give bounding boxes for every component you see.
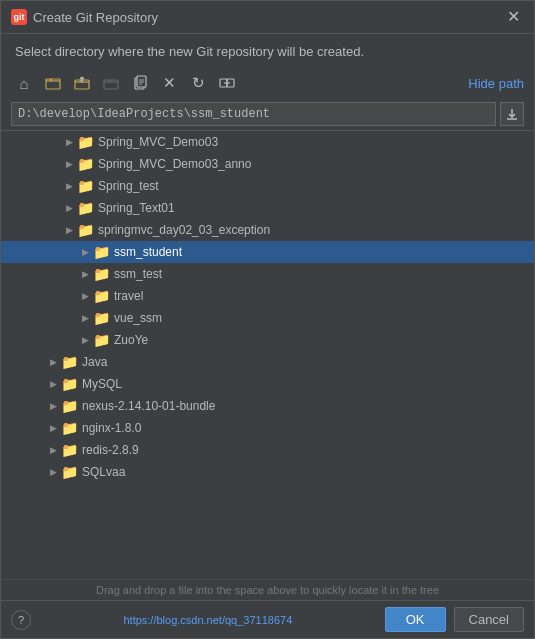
up-folder-icon: [74, 75, 90, 91]
tree-item-label: Spring_MVC_Demo03: [98, 135, 218, 149]
disabled-folder-button: [98, 71, 124, 95]
footer: ? https://blog.csdn.net/qq_37118674 OK C…: [1, 600, 534, 638]
help-button[interactable]: ?: [11, 610, 31, 630]
tree-item[interactable]: ▶📁nexus-2.14.10-01-bundle: [1, 395, 534, 417]
toolbar: ⌂: [1, 67, 534, 99]
expand-arrow-icon[interactable]: ▶: [45, 376, 61, 392]
tree-item[interactable]: ▶📁vue_ssm: [1, 307, 534, 329]
folder-icon: 📁: [61, 376, 78, 392]
folder-icon: 📁: [61, 442, 78, 458]
path-download-button[interactable]: [500, 102, 524, 126]
tree-item[interactable]: ▶📁travel: [1, 285, 534, 307]
svg-rect-1: [50, 79, 52, 81]
tree-item-label: ssm_student: [114, 245, 182, 259]
file-tree[interactable]: ▶📁Spring_MVC_Demo03▶📁Spring_MVC_Demo03_a…: [1, 130, 534, 579]
copy-path-icon: [132, 75, 148, 91]
expand-arrow-icon[interactable]: ▶: [61, 134, 77, 150]
folder-icon: 📁: [93, 310, 110, 326]
expand-arrow-icon[interactable]: ▶: [77, 288, 93, 304]
download-icon: [505, 107, 519, 121]
tree-item-label: ZuoYe: [114, 333, 148, 347]
tree-item-label: travel: [114, 289, 143, 303]
new-folder-button[interactable]: [40, 71, 66, 95]
folder-icon: 📁: [61, 398, 78, 414]
title-bar: git Create Git Repository ✕: [1, 1, 534, 34]
hide-path-link[interactable]: Hide path: [468, 76, 524, 91]
tree-item[interactable]: ▶📁Java: [1, 351, 534, 373]
tree-item[interactable]: ▶📁Spring_MVC_Demo03_anno: [1, 153, 534, 175]
tree-item-label: redis-2.8.9: [82, 443, 139, 457]
tree-item[interactable]: ▶📁Spring_Text01: [1, 197, 534, 219]
up-folder-button[interactable]: [69, 71, 95, 95]
svg-rect-5: [137, 76, 146, 87]
tree-item-label: nexus-2.14.10-01-bundle: [82, 399, 215, 413]
folder-icon: 📁: [77, 134, 94, 150]
tree-item-label: SQLvaa: [82, 465, 125, 479]
tree-item[interactable]: ▶📁ZuoYe: [1, 329, 534, 351]
folder-icon: 📁: [77, 222, 94, 238]
path-input[interactable]: [11, 102, 496, 126]
git-icon: git: [11, 9, 27, 25]
tree-item-label: springmvc_day02_03_exception: [98, 223, 270, 237]
expand-arrow-icon[interactable]: ▶: [45, 398, 61, 414]
disabled-folder-icon: [103, 75, 119, 91]
tree-item-label: Java: [82, 355, 107, 369]
link-button[interactable]: [214, 71, 240, 95]
expand-arrow-icon[interactable]: ▶: [45, 464, 61, 480]
tree-item-label: Spring_MVC_Demo03_anno: [98, 157, 251, 171]
folder-icon: 📁: [93, 266, 110, 282]
folder-icon: 📁: [77, 156, 94, 172]
expand-arrow-icon[interactable]: ▶: [61, 178, 77, 194]
folder-icon: 📁: [61, 420, 78, 436]
tree-item[interactable]: ▶📁springmvc_day02_03_exception: [1, 219, 534, 241]
tree-item[interactable]: ▶📁MySQL: [1, 373, 534, 395]
expand-arrow-icon[interactable]: ▶: [45, 354, 61, 370]
expand-arrow-icon[interactable]: ▶: [77, 332, 93, 348]
folder-icon: 📁: [93, 288, 110, 304]
copy-path-button[interactable]: [127, 71, 153, 95]
expand-arrow-icon[interactable]: ▶: [45, 420, 61, 436]
tree-item[interactable]: ▶📁nginx-1.8.0: [1, 417, 534, 439]
expand-arrow-icon[interactable]: ▶: [61, 200, 77, 216]
expand-arrow-icon[interactable]: ▶: [77, 244, 93, 260]
tree-item[interactable]: ▶📁ssm_test: [1, 263, 534, 285]
drag-hint: Drag and drop a file into the space abov…: [1, 579, 534, 600]
folder-icon: 📁: [77, 200, 94, 216]
delete-button[interactable]: ✕: [156, 71, 182, 95]
path-row: [1, 99, 534, 130]
tree-item-label: Spring_Text01: [98, 201, 175, 215]
refresh-button[interactable]: ↻: [185, 71, 211, 95]
expand-arrow-icon[interactable]: ▶: [61, 222, 77, 238]
tree-item-label: nginx-1.8.0: [82, 421, 141, 435]
folder-icon: 📁: [61, 354, 78, 370]
footer-link[interactable]: https://blog.csdn.net/qq_37118674: [123, 614, 292, 626]
tree-item-label: Spring_test: [98, 179, 159, 193]
tree-item[interactable]: ▶📁redis-2.8.9: [1, 439, 534, 461]
new-folder-icon: [45, 75, 61, 91]
folder-icon: 📁: [77, 178, 94, 194]
folder-icon: 📁: [61, 464, 78, 480]
home-button[interactable]: ⌂: [11, 71, 37, 95]
tree-item[interactable]: ▶📁SQLvaa: [1, 461, 534, 483]
close-button[interactable]: ✕: [503, 7, 524, 27]
tree-item[interactable]: ▶📁Spring_test: [1, 175, 534, 197]
tree-item[interactable]: ▶📁ssm_student: [1, 241, 534, 263]
tree-item[interactable]: ▶📁Spring_MVC_Demo03: [1, 131, 534, 153]
dialog-title: Create Git Repository: [33, 10, 158, 25]
expand-arrow-icon[interactable]: ▶: [77, 310, 93, 326]
expand-arrow-icon[interactable]: ▶: [77, 266, 93, 282]
expand-arrow-icon[interactable]: ▶: [45, 442, 61, 458]
folder-icon: 📁: [93, 332, 110, 348]
link-icon: [219, 75, 235, 91]
tree-item-label: MySQL: [82, 377, 122, 391]
tree-item-label: ssm_test: [114, 267, 162, 281]
tree-item-label: vue_ssm: [114, 311, 162, 325]
ok-button[interactable]: OK: [385, 607, 446, 632]
expand-arrow-icon[interactable]: ▶: [61, 156, 77, 172]
cancel-button[interactable]: Cancel: [454, 607, 524, 632]
svg-rect-3: [104, 80, 118, 89]
create-git-repo-dialog: git Create Git Repository ✕ Select direc…: [0, 0, 535, 639]
description-text: Select directory where the new Git repos…: [1, 34, 534, 67]
folder-icon: 📁: [93, 244, 110, 260]
